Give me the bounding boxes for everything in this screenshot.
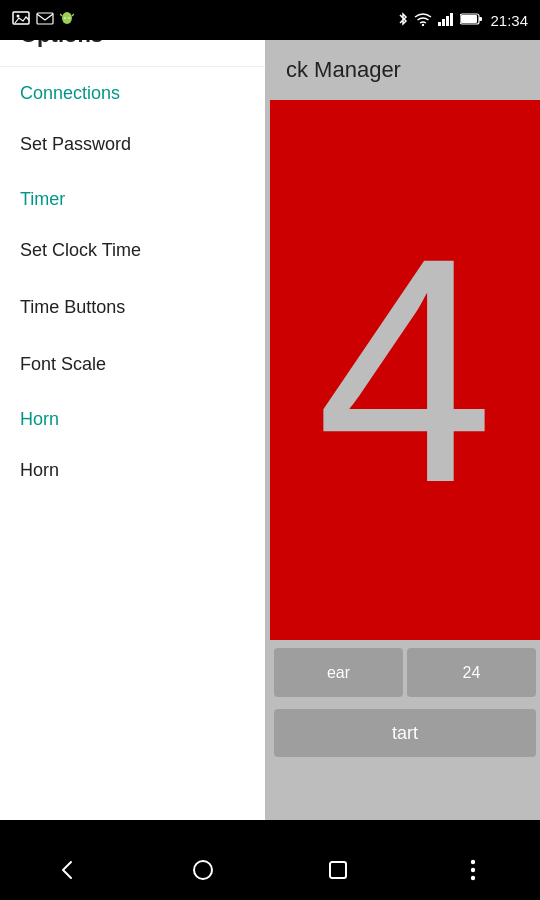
clock-number: 4 xyxy=(316,210,494,530)
status-bar-right: 21:34 xyxy=(398,11,528,30)
svg-point-18 xyxy=(470,860,474,864)
sidebar-item-time-buttons[interactable]: Time Buttons xyxy=(0,279,265,336)
wifi-icon xyxy=(414,12,432,29)
back-button[interactable] xyxy=(48,850,88,890)
svg-point-1 xyxy=(17,15,20,18)
svg-point-20 xyxy=(470,876,474,880)
svg-line-5 xyxy=(72,14,74,16)
clock-controls: ear 24 tart xyxy=(270,640,540,765)
sidebar-item-set-password[interactable]: Set Password xyxy=(0,116,265,173)
svg-point-6 xyxy=(64,17,66,19)
svg-line-4 xyxy=(60,14,62,16)
svg-point-19 xyxy=(470,868,474,872)
24-button[interactable]: 24 xyxy=(407,648,536,697)
signal-icon xyxy=(438,12,454,29)
svg-rect-15 xyxy=(479,17,482,21)
svg-point-3 xyxy=(62,12,72,24)
sidebar-item-horn-header[interactable]: Horn xyxy=(0,393,265,442)
image-icon xyxy=(12,11,30,29)
battery-icon xyxy=(460,12,482,28)
bluetooth-icon xyxy=(398,11,408,30)
svg-rect-9 xyxy=(438,22,441,26)
sidebar-item-font-scale[interactable]: Font Scale xyxy=(0,336,265,393)
time-display: 21:34 xyxy=(490,12,528,29)
app-title: ck Manager xyxy=(286,57,401,83)
svg-rect-17 xyxy=(330,862,346,878)
gmail-icon xyxy=(36,11,54,29)
svg-rect-11 xyxy=(446,16,449,26)
svg-rect-2 xyxy=(37,13,53,24)
sidebar-drawer: Options Connections Set Password Timer S… xyxy=(0,0,265,820)
sidebar-item-connections-header[interactable]: Connections xyxy=(0,67,265,116)
status-bar: 21:34 xyxy=(0,0,540,40)
sidebar-item-horn[interactable]: Horn xyxy=(0,442,265,499)
more-options-button[interactable] xyxy=(453,850,493,890)
status-bar-left xyxy=(12,11,74,29)
svg-point-16 xyxy=(194,861,212,879)
svg-rect-12 xyxy=(450,13,453,26)
clock-controls-row1: ear 24 xyxy=(270,640,540,705)
svg-rect-14 xyxy=(461,15,477,23)
home-button[interactable] xyxy=(183,850,223,890)
recents-button[interactable] xyxy=(318,850,358,890)
sidebar-item-set-clock-time[interactable]: Set Clock Time xyxy=(0,222,265,279)
android-icon xyxy=(60,11,74,29)
sidebar-item-timer-header[interactable]: Timer xyxy=(0,173,265,222)
svg-point-7 xyxy=(68,17,70,19)
ear-button[interactable]: ear xyxy=(274,648,403,697)
svg-rect-10 xyxy=(442,19,445,26)
svg-point-8 xyxy=(422,23,424,25)
bottom-nav-bar xyxy=(0,840,540,900)
clock-controls-row2: tart xyxy=(270,705,540,765)
start-button[interactable]: tart xyxy=(274,709,536,757)
clock-display: 4 xyxy=(270,100,540,640)
